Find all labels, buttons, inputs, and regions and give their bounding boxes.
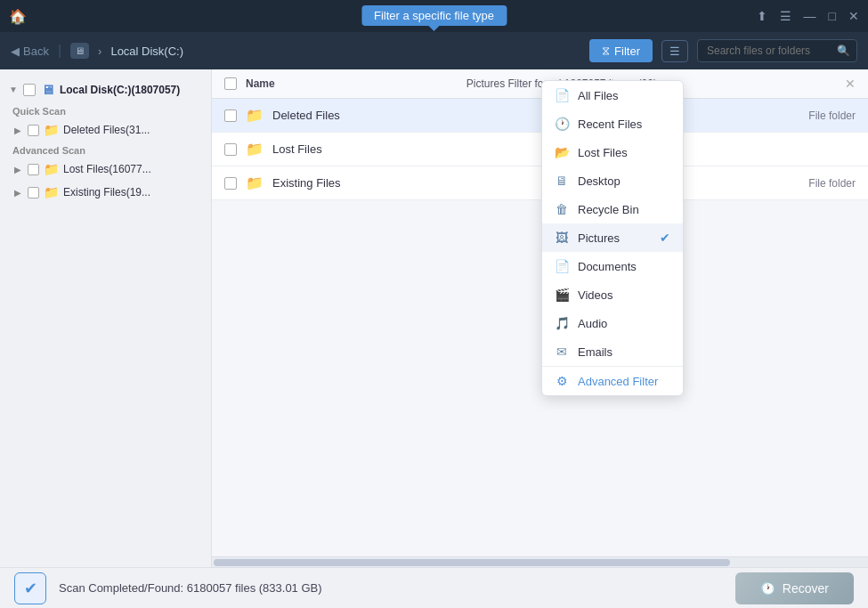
filter-recycle-bin[interactable]: 🗑 Recycle Bin <box>542 195 683 223</box>
pictures-check-icon: ✔ <box>660 231 670 245</box>
deleted-row-type: File folder <box>767 109 856 122</box>
recent-files-label: Recent Files <box>578 118 642 131</box>
row-checkbox-existing[interactable] <box>224 177 237 190</box>
advanced-scan-label: Advanced Scan <box>0 142 211 158</box>
status-bar: ✔ Scan Completed/Found: 6180057 files (8… <box>0 567 868 608</box>
lost-row-name: Lost Files <box>272 142 758 156</box>
filter-tooltip: Filter a specific file type <box>361 5 507 26</box>
deleted-row-folder-icon: 📁 <box>246 107 264 124</box>
recycle-bin-label: Recycle Bin <box>578 203 639 216</box>
filter-pictures[interactable]: 🖼 Pictures ✔ <box>542 223 683 252</box>
filter-lost-files[interactable]: 📂 Lost Files <box>542 138 683 166</box>
pictures-icon: 🖼 <box>555 231 569 245</box>
content-header: Name Pictures Filter found 1807057 item.… <box>212 69 868 99</box>
filter-advanced[interactable]: ⚙ Advanced Filter <box>542 367 683 395</box>
deleted-folder-icon: 📁 <box>44 123 59 137</box>
filter-recent-files[interactable]: 🕐 Recent Files <box>542 109 683 138</box>
lost-files-label: Lost Files <box>578 146 628 159</box>
nav-path: Local Disk(C:) <box>110 45 183 58</box>
sidebar-item-existing-files[interactable]: ▶ 📁 Existing Files(19... <box>0 181 211 204</box>
table-row[interactable]: 📁 Existing Files File folder <box>212 166 868 200</box>
all-files-label: All Files <box>578 89 619 102</box>
audio-icon: 🎵 <box>555 316 569 330</box>
status-icon: ✔ <box>14 572 46 604</box>
title-bar-controls: ⬆ ☰ — □ ✕ <box>757 9 859 23</box>
upload-icon[interactable]: ⬆ <box>757 9 767 23</box>
drive-icon: 🖥 <box>41 82 54 97</box>
deleted-checkbox[interactable] <box>28 125 39 136</box>
existing-row-folder-icon: 📁 <box>246 174 264 191</box>
close-icon[interactable]: ✕ <box>848 9 859 23</box>
existing-files-label: Existing Files(19... <box>63 186 150 199</box>
back-button[interactable]: ◀ Back <box>11 45 49 58</box>
documents-icon: 📄 <box>555 259 569 273</box>
sidebar-item-lost-files[interactable]: ▶ 📁 Lost Files(16077... <box>0 158 211 181</box>
filter-desktop[interactable]: 🖥 Desktop <box>542 166 683 195</box>
table-row[interactable]: 📁 Deleted Files File folder <box>212 99 868 133</box>
audio-label: Audio <box>578 317 607 330</box>
recover-label: Recover <box>783 581 829 596</box>
lost-chevron-icon: ▶ <box>14 165 23 174</box>
drive-checkbox[interactable] <box>23 84 36 96</box>
lost-files-label: Lost Files(16077... <box>63 163 151 175</box>
search-icon: 🔍 <box>837 45 850 57</box>
filter-funnel-icon: ⧖ <box>602 44 610 58</box>
advanced-filter-label: Advanced Filter <box>578 375 658 388</box>
recover-button[interactable]: 🕐 Recover <box>735 572 854 604</box>
recent-files-icon: 🕐 <box>555 117 569 131</box>
status-text: Scan Completed/Found: 6180057 files (833… <box>59 581 322 595</box>
sidebar: ▼ 🖥 Local Disk(C:)(1807057) Quick Scan ▶… <box>0 69 212 567</box>
home-icon[interactable]: 🏠 <box>9 8 27 25</box>
table-row[interactable]: 📁 Lost Files <box>212 133 868 166</box>
filter-button[interactable]: ⧖ Filter <box>589 39 653 62</box>
existing-checkbox[interactable] <box>28 187 39 199</box>
existing-chevron-icon: ▶ <box>14 188 23 198</box>
file-list: 📁 Deleted Files File folder 📁 Lost Files… <box>212 99 868 556</box>
header-checkbox[interactable] <box>224 77 237 90</box>
horizontal-scrollbar-thumb[interactable] <box>214 559 730 566</box>
desktop-label: Desktop <box>578 174 621 188</box>
nav-bar: ◀ Back | 🖥 › Local Disk(C:) ⧖ Filter ☰ 🔍 <box>0 32 868 69</box>
content-close-icon[interactable]: ✕ <box>845 77 856 91</box>
filter-audio[interactable]: 🎵 Audio <box>542 309 683 337</box>
desktop-icon: 🖥 <box>555 174 569 188</box>
hamburger-button[interactable]: ☰ <box>661 40 688 62</box>
deleted-chevron-icon: ▶ <box>14 126 23 135</box>
row-checkbox-lost[interactable] <box>224 143 237 156</box>
name-column-header: Name <box>246 77 275 90</box>
drive-nav-icon: 🖥 <box>70 43 89 59</box>
lost-checkbox[interactable] <box>28 164 39 175</box>
back-label: Back <box>23 45 49 58</box>
main-layout: ▼ 🖥 Local Disk(C:)(1807057) Quick Scan ▶… <box>0 69 868 567</box>
existing-row-type: File folder <box>767 177 856 190</box>
minimize-icon[interactable]: — <box>804 9 816 23</box>
horizontal-scrollbar[interactable] <box>212 556 868 567</box>
sidebar-item-deleted-files[interactable]: ▶ 📁 Deleted Files(31... <box>0 118 211 142</box>
videos-label: Videos <box>578 288 613 302</box>
filter-button-label: Filter <box>614 45 640 58</box>
nav-chevron: › <box>98 45 101 58</box>
filter-videos[interactable]: 🎬 Videos <box>542 280 683 309</box>
quick-scan-label: Quick Scan <box>0 102 211 118</box>
recover-clock-icon: 🕐 <box>760 581 775 596</box>
filter-emails[interactable]: ✉ Emails <box>542 337 683 366</box>
row-checkbox-deleted[interactable] <box>224 109 237 122</box>
sidebar-drive[interactable]: ▼ 🖥 Local Disk(C:)(1807057) <box>0 77 211 102</box>
filter-all-files[interactable]: 📄 All Files <box>542 81 683 109</box>
pictures-label: Pictures <box>578 231 620 245</box>
documents-label: Documents <box>578 260 637 273</box>
menu-icon[interactable]: ☰ <box>780 9 791 23</box>
deleted-files-label: Deleted Files(31... <box>63 124 150 136</box>
filter-documents[interactable]: 📄 Documents <box>542 252 683 280</box>
search-input[interactable] <box>707 45 831 57</box>
nav-divider: | <box>58 43 61 59</box>
title-bar: 🏠 Filter a specific file type ⬆ ☰ — □ ✕ <box>0 0 868 32</box>
deleted-row-name: Deleted Files <box>272 109 758 122</box>
emails-label: Emails <box>578 345 612 359</box>
all-files-icon: 📄 <box>555 88 569 102</box>
content-area: Name Pictures Filter found 1807057 item.… <box>212 69 868 567</box>
search-box[interactable]: 🔍 <box>697 39 857 62</box>
advanced-filter-icon: ⚙ <box>555 374 569 388</box>
maximize-icon[interactable]: □ <box>829 9 836 23</box>
existing-folder-icon: 📁 <box>44 185 59 199</box>
